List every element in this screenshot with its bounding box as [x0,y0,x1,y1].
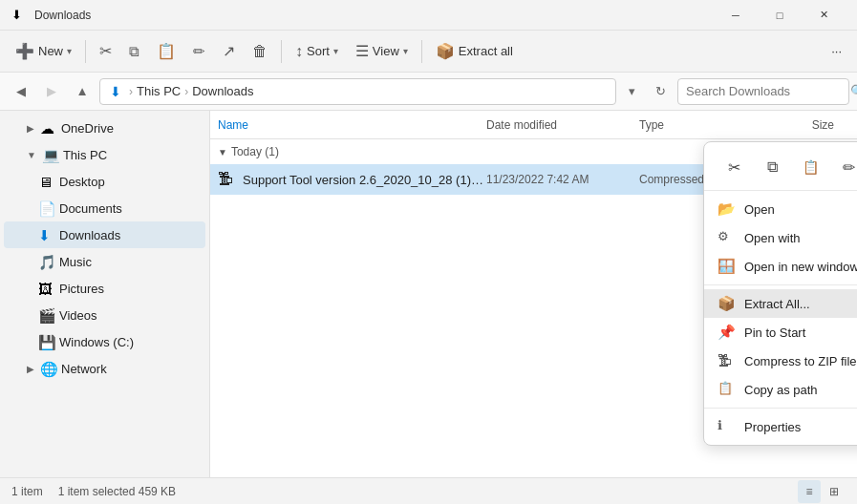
new-label: New [38,44,63,58]
ctx-cut-button[interactable]: ✂ [719,152,750,182]
sidebar-item-pictures[interactable]: 🖼 Pictures [4,275,205,302]
thispc-icon: 💻 [42,147,57,162]
file-list: Name Date modified Type Size ▼ Today (1)… [210,111,857,477]
view-label: View [373,44,399,58]
tiles-view-button[interactable]: ⊞ [823,480,846,503]
sidebar-item-music[interactable]: 🎵 Music [4,248,205,275]
sidebar-item-desktop[interactable]: 🖥 Desktop [4,168,205,195]
new-button[interactable]: ➕ New ▾ [8,36,79,67]
onedrive-icon: ☁ [40,120,55,136]
forward-button[interactable]: ▶ [38,78,65,105]
copy-button[interactable]: ⧉ [121,36,147,67]
ctx-openwindow-icon: 🪟 [718,258,735,275]
pictures-icon: 🖼 [38,281,54,296]
ctx-openwith-item[interactable]: ⚙ Open with › [704,223,857,252]
column-name[interactable]: Name [218,118,486,132]
back-button[interactable]: ◀ [8,78,34,105]
toolbar-separator-2 [281,40,282,63]
sidebar-downloads-label: Downloads [59,228,120,242]
view-button[interactable]: ☰ View ▾ [348,36,416,67]
sidebar-item-onedrive[interactable]: ▶ ☁ OneDrive [4,115,205,141]
sidebar-item-network[interactable]: ▶ 🌐 Network [4,355,205,382]
window-icon: ⬇ [11,8,27,23]
sort-button[interactable]: ↕ Sort ▾ [288,36,346,67]
windowsc-icon: 💾 [38,334,54,349]
ctx-copypath-item[interactable]: 📋 Copy as path [704,375,857,404]
cut-icon: ✂ [99,42,112,60]
minimize-button[interactable]: ─ [714,0,758,31]
more-button[interactable]: ··· [824,36,849,67]
delete-button[interactable]: 🗑 [245,36,275,67]
ctx-open-item[interactable]: 📂 Open Enter [704,195,857,223]
ctx-pinstart-item[interactable]: 📌 Pin to Start [704,318,857,346]
share-button[interactable]: ↗ [215,36,243,67]
column-size[interactable]: Size [773,118,849,132]
ctx-openwindow-item[interactable]: 🪟 Open in new window [704,252,857,281]
rename-button[interactable]: ✏ [185,36,213,67]
sidebar-item-videos[interactable]: 🎬 Videos [4,302,205,328]
column-type[interactable]: Type [639,118,773,132]
search-input[interactable] [686,84,846,98]
ctx-pinstart-icon: 📌 [718,324,735,341]
ctx-compresszip-icon: 🗜 [718,352,735,369]
search-icon: 🔍 [850,84,857,98]
ctx-paste-button[interactable]: 📋 [796,152,826,182]
sort-chevron-icon: ▾ [333,46,338,56]
ctx-openwith-icon: ⚙ [718,229,735,246]
refresh-button[interactable]: ↻ [647,78,674,105]
column-date[interactable]: Date modified [486,118,639,132]
sidebar-documents-label: Documents [59,201,122,216]
details-view-button[interactable]: ≡ [798,480,821,503]
ctx-extractall-label: Extract All... [744,297,857,311]
ctx-rename-button[interactable]: ✏ [833,152,857,182]
toolbar-separator-1 [85,40,86,63]
sidebar-music-label: Music [59,255,92,269]
view-chevron-icon: ▾ [403,46,408,56]
ctx-properties-item[interactable]: ℹ Properties Alt+Enter [704,412,857,441]
delete-icon: 🗑 [252,43,268,60]
sidebar-network-label: Network [61,362,107,376]
path-thispc: This PC [137,84,181,98]
path-downloads: Downloads [192,84,253,98]
group-label: Today (1) [231,145,279,158]
maximize-button[interactable]: □ [758,0,802,31]
ctx-compresszip-item[interactable]: 🗜 Compress to ZIP file [704,346,857,375]
file-list-header: Name Date modified Type Size [210,111,857,139]
thispc-chevron-icon: ▼ [27,150,36,160]
new-chevron-icon: ▾ [67,46,72,56]
ctx-extractall-item[interactable]: 📦 Extract All... [704,289,857,318]
up-button[interactable]: ▲ [69,78,96,105]
address-path[interactable]: ⬇ › This PC › Downloads [99,78,616,105]
ctx-copy-button[interactable]: ⧉ [758,152,788,182]
sidebar-item-downloads[interactable]: ⬇ Downloads [4,221,205,248]
group-chevron-icon: ▼ [218,147,227,158]
paste-button[interactable]: 📋 [149,36,183,67]
item-count: 1 item [11,485,43,498]
file-name-cell: 🗜 Support Tool version 2.6_2020_10_28 (1… [218,171,486,188]
ctx-openwith-label: Open with [744,231,857,245]
search-box[interactable]: 🔍 [677,78,849,105]
music-icon: 🎵 [38,254,54,269]
close-button[interactable]: ✕ [802,0,846,31]
share-icon: ↗ [223,42,235,60]
sidebar-item-documents[interactable]: 📄 Documents [4,195,205,221]
sidebar-onedrive-label: OneDrive [61,121,114,136]
network-icon: 🌐 [40,361,55,376]
zip-file-icon: 🗜 [218,171,237,188]
view-icon: ☰ [355,42,369,60]
path-icon: ⬇ [110,84,125,99]
file-date-cell: 11/23/2022 7:42 AM [486,173,639,186]
ctx-separator-2 [704,408,857,409]
cut-button[interactable]: ✂ [92,36,119,67]
address-dropdown-icon[interactable]: ▾ [620,78,643,105]
sidebar-item-thispc[interactable]: ▼ 💻 This PC [4,141,205,168]
sidebar-item-windowsc[interactable]: 💾 Windows (C:) [4,328,205,355]
sidebar-pictures-label: Pictures [59,282,104,296]
sort-label: Sort [307,44,330,58]
paste-icon: 📋 [157,42,176,60]
extract-icon: 📦 [436,42,455,60]
extract-all-button[interactable]: 📦 Extract all [428,36,521,67]
context-menu: ✂ ⧉ 📋 ✏ ↗ 🗑 📂 Open Enter ⚙ Open with › 🪟… [703,141,857,446]
view-toggle: ≡ ⊞ [798,480,846,503]
ctx-properties-label: Properties [744,420,857,434]
